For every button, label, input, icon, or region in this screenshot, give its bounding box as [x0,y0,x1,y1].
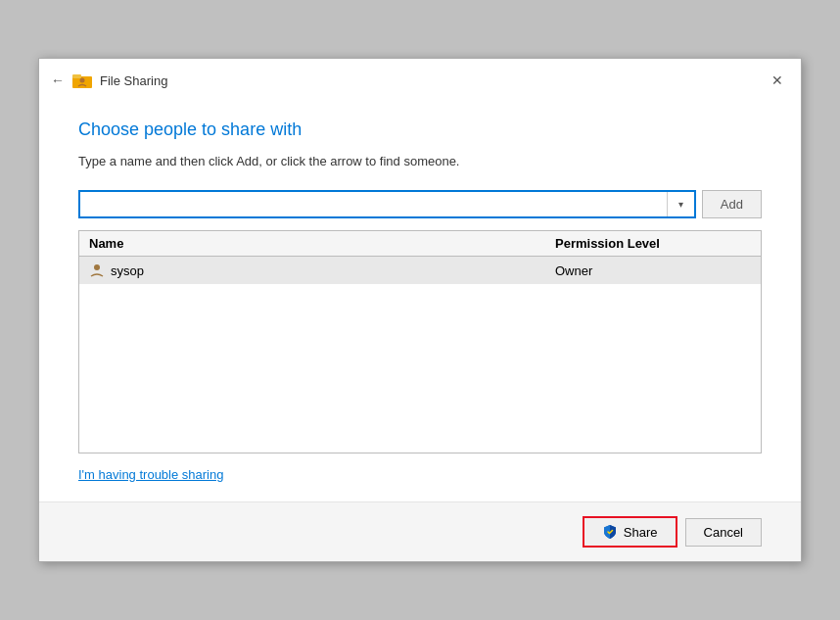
dialog-content: Choose people to share with Type a name … [39,100,801,501]
col-permission-header: Permission Level [555,236,751,251]
name-input[interactable] [80,192,667,216]
col-name-header: Name [89,236,555,251]
description-text: Type a name and then click Add, or click… [78,154,762,168]
row-name-text: sysop [111,263,144,278]
svg-point-3 [94,264,100,270]
title-bar: ← File Sharing ✕ [39,59,801,100]
close-button[interactable]: ✕ [766,69,789,92]
shield-icon [602,524,618,540]
dialog-footer: Share Cancel [39,501,801,561]
title-bar-left: ← File Sharing [51,71,167,90]
back-arrow[interactable]: ← [51,72,65,88]
svg-point-2 [80,78,85,83]
file-sharing-dialog: ← File Sharing ✕ Choose people to share … [38,58,802,562]
input-row: ▾ Add [78,190,762,218]
folder-icon [72,71,92,90]
section-title: Choose people to share with [78,119,762,140]
table-body: sysop Owner [79,257,761,453]
dropdown-arrow-button[interactable]: ▾ [667,192,694,216]
sharing-table: Name Permission Level sysop Owner [78,230,762,453]
cancel-button[interactable]: Cancel [685,518,762,547]
row-name-cell: sysop [89,262,555,278]
name-input-wrapper: ▾ [78,190,696,218]
share-button-label: Share [624,525,658,540]
trouble-sharing-link[interactable]: I'm having trouble sharing [78,467,223,482]
table-row[interactable]: sysop Owner [79,257,761,284]
share-button[interactable]: Share [583,516,677,548]
table-header: Name Permission Level [79,231,761,257]
user-icon [89,262,105,278]
svg-rect-1 [72,74,81,78]
add-button[interactable]: Add [702,190,762,218]
dialog-title: File Sharing [100,73,167,88]
row-permission-cell: Owner [555,263,751,278]
